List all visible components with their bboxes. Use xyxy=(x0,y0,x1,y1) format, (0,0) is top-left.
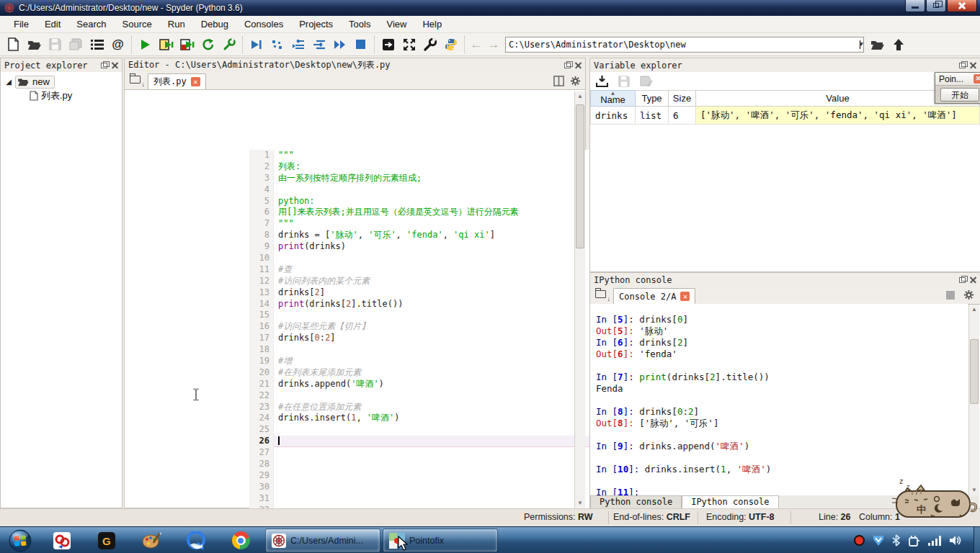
close-pane-icon[interactable] xyxy=(575,62,582,68)
undock-icon[interactable] xyxy=(564,63,571,68)
menu-edit[interactable]: Edit xyxy=(37,17,68,31)
tree-file-label: 列表.py xyxy=(41,89,72,102)
minimize-button[interactable] xyxy=(905,0,925,12)
menu-tools[interactable]: Tools xyxy=(341,17,378,31)
code-segment: 'fenda' xyxy=(406,230,443,240)
browse-tabs-icon[interactable]: ↓ xyxy=(594,288,611,302)
pointofix-start-button[interactable]: 开始 xyxy=(940,88,979,102)
editor-options-gear-icon[interactable] xyxy=(570,76,581,86)
back-button[interactable]: ← xyxy=(468,37,485,52)
scrollbar-thumb[interactable] xyxy=(576,104,584,248)
new-file-button[interactable] xyxy=(3,35,24,54)
pointofix-titlebar[interactable]: Poin... ✕ xyxy=(935,73,980,86)
menu-debug[interactable]: Debug xyxy=(193,17,236,31)
save-data-as-icon[interactable] xyxy=(640,76,653,87)
start-button[interactable] xyxy=(4,529,37,552)
rerun-button[interactable] xyxy=(197,35,218,54)
taskbar-app-chrome[interactable] xyxy=(220,529,261,552)
debug-file-button[interactable] xyxy=(246,35,267,54)
menu-run[interactable]: Run xyxy=(160,17,193,31)
split-icon[interactable] xyxy=(553,76,564,86)
console-output-area[interactable]: In [5]: drinks[0]Out[5]: '脉动'In [6]: dri… xyxy=(590,304,968,495)
menu-help[interactable]: Help xyxy=(414,17,450,31)
close-pane-icon[interactable] xyxy=(970,276,976,283)
maximize-pane-button[interactable] xyxy=(398,35,419,54)
save-button[interactable] xyxy=(45,35,66,54)
menu-consoles[interactable]: Consoles xyxy=(236,17,291,31)
parent-directory-button[interactable] xyxy=(888,35,909,54)
open-console-button[interactable] xyxy=(378,35,398,54)
column-header-size[interactable]: Size xyxy=(669,91,696,107)
close-pane-icon[interactable] xyxy=(970,62,976,68)
network-signal-tray-icon[interactable] xyxy=(928,536,941,546)
step-button[interactable] xyxy=(267,35,288,54)
scroll-up-icon[interactable]: ▲ xyxy=(575,91,585,102)
power-plug-tray-icon[interactable] xyxy=(908,535,920,547)
recording-tray-icon[interactable] xyxy=(854,535,865,546)
column-header-name[interactable]: ▲Name xyxy=(591,91,636,107)
editor-vscrollbar[interactable]: ▲ ▼ xyxy=(574,91,585,508)
volume-tray-icon[interactable] xyxy=(949,535,961,546)
browse-directory-button[interactable] xyxy=(867,35,888,54)
pythonpath-button[interactable] xyxy=(440,35,461,54)
tree-item-file[interactable]: 列表.py xyxy=(2,89,120,102)
tab-close-icon[interactable]: ✕ xyxy=(191,77,200,86)
menu-search[interactable]: Search xyxy=(68,17,114,31)
pointofix-close-icon[interactable]: ✕ xyxy=(974,74,980,84)
taskbar-task-spyder[interactable]: C:/Users/Admini... xyxy=(265,529,380,552)
menu-source[interactable]: Source xyxy=(115,17,160,31)
step-into-button[interactable] xyxy=(288,35,308,54)
bottom-tab-python-console[interactable]: Python console xyxy=(590,495,682,508)
column-header-type[interactable]: Type xyxy=(636,91,669,107)
close-button[interactable] xyxy=(947,0,977,12)
interrupt-kernel-icon[interactable] xyxy=(946,291,955,300)
browse-tabs-icon[interactable]: ↓ xyxy=(128,73,146,88)
step-return-button[interactable] xyxy=(308,35,329,54)
console-options-gear-icon[interactable] xyxy=(963,289,974,300)
scroll-down-icon[interactable]: ▼ xyxy=(575,498,585,508)
console-vscrollbar[interactable]: ▲ ▼ xyxy=(968,305,979,495)
show-desktop-button[interactable] xyxy=(974,527,980,553)
undock-icon[interactable] xyxy=(959,277,966,283)
undock-icon[interactable] xyxy=(101,63,107,68)
console-tab[interactable]: Console 2/A ✕ xyxy=(613,288,695,304)
scrollbar-thumb[interactable] xyxy=(970,339,979,404)
forward-button[interactable]: → xyxy=(485,37,502,52)
preferences-button[interactable] xyxy=(419,35,440,54)
close-pane-icon[interactable] xyxy=(112,62,118,68)
run-configuration-button[interactable] xyxy=(218,35,239,54)
scroll-up-icon[interactable]: ▲ xyxy=(969,305,979,315)
editor-tab[interactable]: 列表.py ✕ xyxy=(148,73,206,89)
undock-icon[interactable] xyxy=(959,63,966,68)
tab-close-icon[interactable]: ✕ xyxy=(680,292,690,301)
taskbar-app-remote[interactable] xyxy=(42,529,82,552)
run-button[interactable] xyxy=(135,35,156,54)
open-file-button[interactable] xyxy=(24,35,45,54)
expander-icon[interactable]: ◢ xyxy=(5,78,12,86)
taskbar-app-g[interactable]: G xyxy=(86,529,127,552)
working-directory-combobox[interactable]: C:\Users\Administrator\Desktop\new ▼ xyxy=(505,37,864,53)
taskbar-app-paint[interactable] xyxy=(131,529,172,552)
bluetooth-tray-icon[interactable] xyxy=(892,534,900,547)
variable-value-cell[interactable]: ['脉动', '啤酒', '可乐', 'fenda', 'qi xi', '啤酒… xyxy=(696,107,980,125)
tree-item-root[interactable]: ◢ new xyxy=(2,75,120,89)
stop-debug-button[interactable] xyxy=(350,35,371,54)
save-all-button[interactable] xyxy=(66,35,86,54)
file-switcher-button[interactable] xyxy=(86,35,107,54)
run-cell-button[interactable] xyxy=(156,35,177,54)
sleeping-cat-pet[interactable]: z z 中 xyxy=(891,475,980,521)
menu-projects[interactable]: Projects xyxy=(291,17,341,31)
restore-button[interactable] xyxy=(926,0,946,12)
variable-row[interactable]: drinks list 6 ['脉动', '啤酒', '可乐', 'fenda'… xyxy=(591,107,980,125)
continue-button[interactable] xyxy=(329,35,350,54)
bottom-tab-ipython-console[interactable]: IPython console xyxy=(682,495,778,508)
menu-view[interactable]: View xyxy=(378,17,414,31)
import-data-icon[interactable] xyxy=(596,76,608,87)
find-symbols-button[interactable]: @ xyxy=(107,35,128,54)
save-data-icon[interactable] xyxy=(618,76,630,87)
variable-name-cell[interactable]: drinks xyxy=(591,107,636,125)
menu-file[interactable]: File xyxy=(6,17,37,31)
shield-tray-icon[interactable] xyxy=(873,535,884,547)
taskbar-app-browser-q[interactable] xyxy=(176,529,216,552)
run-cell-advance-button[interactable] xyxy=(177,35,197,54)
